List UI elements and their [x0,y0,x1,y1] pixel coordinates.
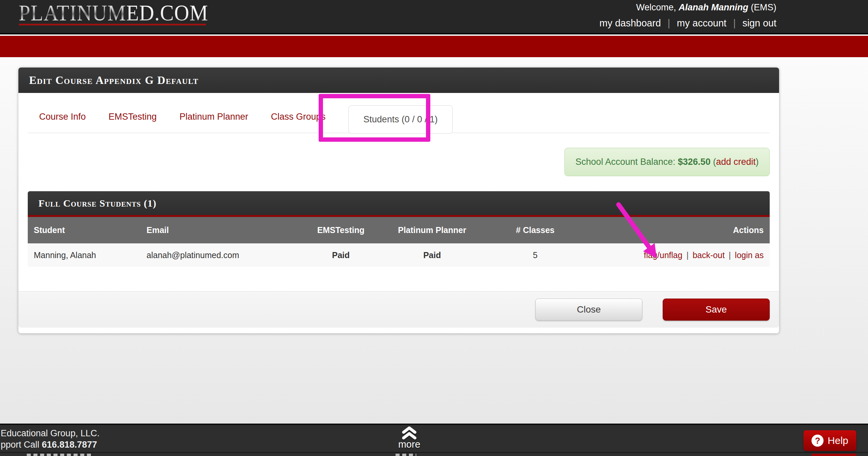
table-row: Manning, Alanah alanah@platinumed.com Pa… [28,243,770,267]
col-email: Email [141,217,301,243]
balance-label: School Account Balance: [576,157,675,167]
site-header: PLATINUMED.COM Welcome, Alanah Manning (… [0,0,868,34]
close-button[interactable]: Close [535,299,642,321]
table-title: Full Course Students (1) [38,197,156,209]
edit-course-panel: Edit Course Appendix G Default Course In… [19,67,779,333]
welcome-prefix: Welcome, [636,2,676,12]
cell-actions: flag/unflag | back-out | login as [587,243,770,267]
action-back-out[interactable]: back-out [692,250,724,260]
footer-company-line: Educational Group, LLC. [1,428,100,439]
help-button-label: Help [828,435,848,446]
action-separator: | [686,250,689,260]
help-question-icon: ? [811,435,824,447]
footer-company-info: Educational Group, LLC. pport Call 616.8… [1,428,100,450]
add-credit-link[interactable]: add credit [716,157,756,167]
help-button[interactable]: ? Help [803,430,856,451]
tab-bar: Course Info EMSTesting Platinum Planner … [19,93,779,134]
tab-row: Course Info EMSTesting Platinum Planner … [39,100,453,134]
col-emstesting: EMSTesting [301,217,381,243]
action-separator: | [728,250,731,260]
full-course-students-table: Full Course Students (1) Student Email E… [28,191,770,267]
panel-title: Edit Course Appendix G Default [29,74,198,87]
site-footer: Educational Group, LLC. pport Call 616.8… [0,424,868,456]
school-account-balance-box: School Account Balance: $326.50 (add cre… [564,148,770,176]
main-area: Edit Course Appendix G Default Course In… [0,57,868,424]
welcome-message: Welcome, Alanah Manning (EMS) [599,2,776,13]
col-student: Student [28,217,141,243]
col-actions: Actions [587,217,770,243]
footer-phone-number: 616.818.7877 [42,439,97,450]
cell-planner-status: Paid [381,243,483,267]
cell-num-classes: 5 [483,243,587,267]
col-num-classes: # Classes [483,217,587,243]
logo-part-edcom: ED.COM [126,1,208,25]
nav-separator: | [668,18,671,29]
table-header-row: Student Email EMSTesting Platinum Planne… [28,217,770,243]
action-login-as[interactable]: login as [735,250,764,260]
clipped-red-element [811,454,856,456]
footer-more-button[interactable]: more [386,426,433,450]
nav-sign-out[interactable]: sign out [742,18,776,29]
cell-student-name: Manning, Alanah [28,243,141,267]
panel-footer: Close Save [19,291,779,328]
header-user-area: Welcome, Alanah Manning (EMS) my dashboa… [599,2,776,29]
cell-emstesting-status: Paid [301,243,381,267]
double-chevron-up-icon [402,426,417,439]
clipped-footer-text-center [396,454,416,456]
action-flag-unflag[interactable]: flag/unflag [644,250,682,260]
clipped-footer-text-left [27,454,94,456]
panel-titlebar: Edit Course Appendix G Default [19,67,779,93]
welcome-role: (EMS) [751,2,777,12]
balance-amount: $326.50 [678,157,711,167]
tab-students-active[interactable]: Students (0 / 0 / 1) [348,105,453,134]
footer-divider-line [0,452,868,453]
tab-course-info[interactable]: Course Info [39,112,86,122]
col-platinum-planner: Platinum Planner [381,217,483,243]
table-titlebar: Full Course Students (1) [28,191,770,217]
welcome-user-name: Alanah Manning [678,2,748,12]
footer-more-label: more [398,439,420,450]
brand-red-bar [0,36,868,57]
save-button[interactable]: Save [663,299,770,321]
nav-separator: | [733,18,736,29]
logo-part-platinum: PLATINUM [19,1,126,25]
header-nav: my dashboard | my account | sign out [599,18,776,29]
nav-my-dashboard[interactable]: my dashboard [599,18,661,29]
cell-student-email: alanah@platinumed.com [141,243,301,267]
nav-my-account[interactable]: my account [677,18,726,29]
tab-platinum-planner[interactable]: Platinum Planner [180,112,248,122]
site-logo-text: PLATINUMED.COM [19,2,208,24]
site-logo[interactable]: PLATINUMED.COM [19,2,208,25]
balance-paren-close: ) [756,157,759,167]
tab-emstesting[interactable]: EMSTesting [108,112,157,122]
footer-support-line: pport Call 616.818.7877 [1,439,100,450]
footer-support-fragment: pport Call [1,439,39,450]
tab-class-groups[interactable]: Class Groups [271,112,326,122]
